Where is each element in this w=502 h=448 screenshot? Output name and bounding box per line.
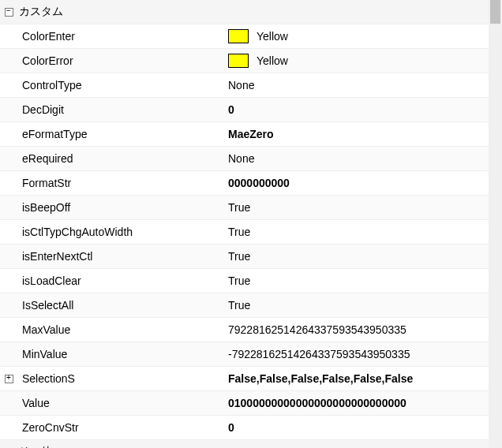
property-name: eFormatType: [17, 128, 225, 140]
property-name: MinValue: [17, 348, 225, 360]
property-row-isCtlTypChgAutoWidth[interactable]: isCtlTypChgAutoWidth True: [0, 220, 489, 245]
property-name: ColorEnter: [17, 30, 225, 43]
property-row-decDigit[interactable]: DecDigit 0: [0, 98, 489, 122]
property-value[interactable]: Yellow: [225, 29, 489, 43]
property-value[interactable]: 0: [225, 421, 489, 434]
property-row-isSelectAll[interactable]: IsSelectAll True: [0, 293, 489, 318]
property-value[interactable]: False,False,False,False,False,False: [225, 372, 489, 385]
property-row-selectionS[interactable]: + SelectionS False,False,False,False,Fal…: [0, 367, 489, 391]
property-value[interactable]: 79228162514264337593543950335: [225, 323, 489, 336]
property-value[interactable]: 01000000000000000000000000000: [225, 397, 489, 409]
property-name: isCtlTypChgAutoWidth: [17, 226, 225, 238]
property-value[interactable]: Yellow: [225, 54, 489, 68]
collapse-icon[interactable]: −: [5, 8, 13, 17]
category-row-other[interactable]: − その他: [0, 440, 489, 448]
category-label: カスタム: [17, 5, 225, 19]
category-row-custom[interactable]: − カスタム: [0, 0, 489, 24]
property-row-colorEnter[interactable]: ColorEnter Yellow: [0, 24, 489, 49]
property-value[interactable]: True: [225, 250, 489, 263]
property-value[interactable]: None: [225, 152, 489, 165]
property-row-isLoadClear[interactable]: isLoadClear True: [0, 269, 489, 293]
property-value[interactable]: True: [225, 201, 489, 214]
property-row-controlType[interactable]: ControlType None: [0, 73, 489, 98]
property-name: DecDigit: [17, 103, 225, 116]
expand-icon[interactable]: +: [5, 375, 13, 383]
category-label: その他: [17, 445, 225, 448]
property-row-isBeepOff[interactable]: isBeepOff True: [0, 196, 489, 220]
property-row-minValue[interactable]: MinValue -79228162514264337593543950335: [0, 342, 489, 367]
property-row-maxValue[interactable]: MaxValue 79228162514264337593543950335: [0, 318, 489, 342]
property-name: isBeepOff: [17, 201, 225, 214]
property-name: FormatStr: [17, 177, 225, 189]
property-row-eFormatType[interactable]: eFormatType MaeZero: [0, 122, 489, 147]
scrollbar-thumb[interactable]: [490, 0, 500, 24]
property-name: isEnterNextCtl: [17, 250, 225, 263]
vertical-scrollbar[interactable]: [489, 0, 502, 448]
property-name: Value: [17, 397, 225, 409]
property-name: MaxValue: [17, 323, 225, 336]
property-value[interactable]: MaeZero: [225, 128, 489, 140]
property-grid: − カスタム ColorEnter Yellow ColorError Yell…: [0, 0, 489, 448]
property-value[interactable]: True: [225, 226, 489, 238]
property-row-value[interactable]: Value 01000000000000000000000000000: [0, 391, 489, 416]
property-name: eRequired: [17, 152, 225, 165]
property-value[interactable]: -79228162514264337593543950335: [225, 348, 489, 360]
property-row-colorError[interactable]: ColorError Yellow: [0, 49, 489, 73]
property-name: ZeroCnvStr: [17, 421, 225, 434]
property-value[interactable]: 0: [225, 103, 489, 116]
property-row-zeroCnvStr[interactable]: ZeroCnvStr 0: [0, 416, 489, 440]
property-value[interactable]: True: [225, 299, 489, 312]
property-row-formatStr[interactable]: FormatStr 0000000000: [0, 171, 489, 196]
property-row-eRequired[interactable]: eRequired None: [0, 147, 489, 171]
property-value[interactable]: 0000000000: [225, 177, 489, 189]
property-name: ControlType: [17, 79, 225, 91]
property-value[interactable]: None: [225, 79, 489, 91]
property-name: ColorError: [17, 54, 225, 67]
color-swatch: [228, 54, 249, 68]
property-name: IsSelectAll: [17, 299, 225, 312]
color-swatch: [228, 29, 249, 43]
property-row-isEnterNextCtl[interactable]: isEnterNextCtl True: [0, 245, 489, 269]
property-name: SelectionS: [17, 372, 225, 385]
property-value[interactable]: True: [225, 274, 489, 287]
property-grid-container: − カスタム ColorEnter Yellow ColorError Yell…: [0, 0, 502, 448]
property-name: isLoadClear: [17, 274, 225, 287]
